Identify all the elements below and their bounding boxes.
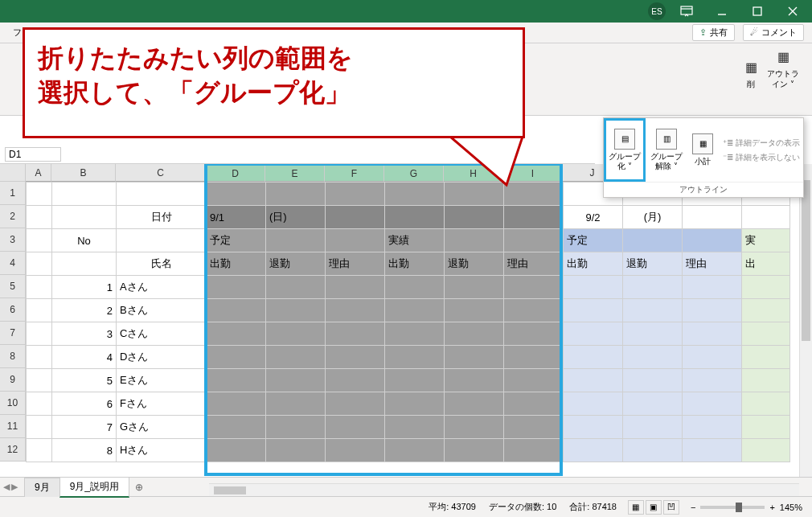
row-header[interactable]: 10 (0, 392, 26, 415)
svg-marker-2 (450, 137, 523, 185)
subtotal-icon: ▦ (692, 133, 713, 154)
normal-view-icon[interactable]: ▦ (628, 500, 644, 515)
show-detail-button[interactable]: ⁺≣ 詳細データの表示 (723, 137, 803, 149)
comment-button[interactable]: ☄ コメント (743, 24, 804, 41)
share-button[interactable]: ⇪ 共有 (692, 24, 735, 41)
row-header[interactable]: 11 (0, 415, 26, 438)
column-header[interactable]: B (51, 164, 116, 182)
hide-detail-button[interactable]: ⁻≣ 詳細を表示しない (723, 152, 803, 163)
callout-tail (450, 137, 555, 203)
tab-nav-arrows[interactable]: ◀▶ (3, 482, 18, 492)
row-header[interactable]: 8 (0, 345, 26, 368)
comment-icon: ☄ (750, 27, 758, 38)
sheet-tabs: ◀▶ 9月 9月_説明用 ⊕ (0, 477, 812, 496)
column-header[interactable]: C (116, 164, 206, 182)
group-icon: ▤ (614, 129, 635, 150)
minimize-icon[interactable] (707, 2, 736, 21)
zoom-out-icon[interactable]: − (691, 503, 695, 512)
ribbon-group-outline: ▦ 削 ▦ アウトラ イン ˅ (735, 43, 804, 115)
row-header[interactable]: 4 (0, 252, 26, 275)
row-headers[interactable]: 123456789101112 (0, 182, 26, 462)
row-header[interactable]: 12 (0, 438, 26, 462)
annotation-callout: 折りたたみたい列の範囲を 選択して、「グループ化」 (23, 27, 525, 138)
zoom-in-icon[interactable]: + (769, 503, 774, 512)
sheet-tab-2[interactable]: 9月_説明用 (59, 477, 129, 498)
ungroup-button[interactable]: ▥ グループ 解除 ˅ (646, 118, 687, 182)
add-sheet-button[interactable]: ⊕ (129, 479, 150, 495)
row-header[interactable]: 2 (0, 205, 26, 228)
row-header[interactable]: 5 (0, 275, 26, 298)
column-header[interactable]: G (384, 164, 444, 182)
page-layout-view-icon[interactable]: ▣ (646, 500, 662, 515)
page-break-view-icon[interactable]: 凹 (663, 500, 679, 515)
row-header[interactable]: 7 (0, 322, 26, 345)
status-bar: 平均: 43709 データの個数: 10 合計: 87418 ▦ ▣ 凹 − +… (0, 496, 812, 517)
svg-rect-0 (681, 6, 692, 14)
zoom-control[interactable]: − + 145% (691, 503, 802, 512)
user-badge[interactable]: ES (648, 2, 666, 20)
row-header[interactable]: 6 (0, 298, 26, 322)
maximize-icon[interactable] (743, 2, 772, 21)
outline-group-label: アウトライン (604, 182, 803, 197)
sheet-tab-1[interactable]: 9月 (24, 478, 60, 497)
column-header[interactable]: E (265, 164, 325, 182)
zoom-level[interactable]: 145% (780, 503, 802, 512)
outline-icon: ▦ (772, 47, 794, 68)
row-header[interactable]: 9 (0, 368, 26, 392)
name-box[interactable]: D1 (5, 147, 61, 162)
select-all-corner[interactable] (0, 164, 26, 182)
titlebar: ES (0, 0, 812, 23)
zoom-slider[interactable] (700, 506, 765, 509)
share-icon: ⇪ (699, 27, 707, 38)
outline-button[interactable]: ▦ アウトラ イン ˅ (767, 47, 799, 88)
svg-rect-1 (753, 7, 761, 15)
outline-popup: ▤ グループ 化 ˅ ▥ グループ 解除 ˅ ▦ 小計 ⁺≣ 詳細データの表示 … (603, 117, 804, 198)
view-buttons[interactable]: ▦ ▣ 凹 (628, 500, 679, 515)
column-header[interactable]: F (325, 164, 384, 182)
column-header[interactable]: A (26, 164, 51, 182)
ribbon-display-options-icon[interactable] (672, 2, 701, 21)
ungroup-icon: ▥ (656, 129, 677, 150)
cells[interactable]: 日付9/1(日)9/2(月)No予定実績予定実氏名出勤退勤理由出勤退勤理由出勤退… (26, 182, 812, 496)
ribbon-btn-1[interactable]: ▦ 削 (740, 57, 762, 88)
grid-area: ABCDEFGHIJKLM 123456789101112 日付9/1(日)9/… (0, 164, 812, 496)
group-button[interactable]: ▤ グループ 化 ˅ (604, 118, 646, 182)
subtotal-button[interactable]: ▦ 小計 (687, 118, 718, 182)
column-header[interactable]: D (206, 164, 265, 182)
close-icon[interactable] (778, 2, 807, 21)
status-stats: 平均: 43709 データの個数: 10 合計: 87418 (429, 501, 617, 513)
row-header[interactable]: 1 (0, 182, 26, 205)
vertical-scrollbar[interactable] (799, 164, 812, 496)
horizontal-scrollbar[interactable] (209, 483, 799, 496)
row-header[interactable]: 3 (0, 228, 26, 252)
